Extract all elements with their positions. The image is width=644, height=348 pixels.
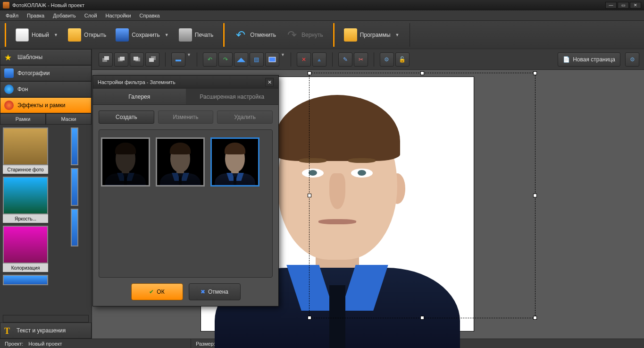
tab-gallery[interactable]: Галерея (93, 89, 186, 105)
delete-button[interactable]: Удалить (217, 110, 273, 124)
maximize-button[interactable]: ▭ (618, 2, 629, 8)
menu-layer[interactable]: Слой (81, 11, 101, 20)
chevron-down-icon[interactable]: ▼ (165, 33, 169, 37)
effects-gallery: Старинное фото Яркость... Колоризация (0, 125, 92, 315)
menu-settings[interactable]: Настройки (102, 11, 135, 20)
chevron-down-icon[interactable]: ▼ (187, 52, 191, 67)
effect-item[interactable] (3, 275, 48, 285)
menubar: Файл Правка Добавить Слой Настройки Спра… (0, 10, 644, 21)
effect-item[interactable]: Старинное фото (3, 127, 48, 174)
lock-button[interactable]: 🔓 (395, 52, 410, 67)
resize-handle[interactable] (420, 71, 424, 75)
create-button[interactable]: Создать (99, 110, 154, 124)
selection-box[interactable] (309, 73, 535, 318)
resize-handle[interactable] (533, 316, 537, 320)
layer-front-button[interactable] (99, 52, 113, 67)
menu-help[interactable]: Справка (136, 11, 164, 20)
main-toolbar: Новый ▼ Открыть Сохранить ▼ Печать ↶ Отм… (0, 21, 644, 49)
side-templates[interactable]: ★ Шаблоны (0, 49, 92, 65)
svg-rect-1 (104, 56, 109, 60)
subtab-masks[interactable]: Маски (46, 113, 92, 125)
preset-thumb-selected[interactable] (210, 137, 259, 187)
fit-icon (268, 55, 276, 64)
effect-item[interactable] (52, 127, 92, 165)
status-project: Проект: Новый проект (0, 339, 191, 348)
floppy-icon (116, 28, 129, 42)
menu-edit[interactable]: Правка (23, 11, 48, 20)
effect-thumb (3, 177, 48, 214)
photo-icon (4, 68, 14, 78)
chevron-down-icon[interactable]: ▼ (281, 52, 285, 67)
effects-scrollbar[interactable] (3, 315, 89, 323)
layer-back-button[interactable] (145, 52, 159, 67)
resize-handle[interactable] (308, 316, 311, 320)
effect-thumb (71, 127, 78, 165)
crop-button[interactable]: ⟁ (312, 52, 326, 67)
rotate-left-button[interactable]: ↶ (203, 52, 217, 67)
ok-button[interactable]: ✔ ОК (131, 283, 183, 300)
cut-button[interactable]: ✂ (354, 52, 368, 67)
cancel-button[interactable]: ✖ Отмена (189, 283, 241, 300)
titlebar: ФотоКОЛЛАЖ - Новый проект — ▭ ✕ (0, 0, 644, 10)
sidebar: ★ Шаблоны Фотографии Фон Эффекты и рамки… (0, 49, 92, 339)
close-button[interactable]: ✕ (630, 2, 641, 8)
undo-button[interactable]: ↶ Отменить (229, 25, 281, 44)
text-icon: T (4, 326, 13, 335)
delete-button[interactable]: ✕ (297, 52, 311, 67)
dialog-titlebar[interactable]: Настройки фильтра - Затемнить ✕ (93, 76, 278, 89)
new-button[interactable]: Новый ▼ (11, 25, 63, 44)
globe-icon (4, 85, 14, 94)
menu-add[interactable]: Добавить (49, 11, 80, 20)
effect-thumb (3, 127, 48, 165)
resize-handle[interactable] (533, 71, 537, 75)
resize-handle[interactable] (308, 194, 311, 197)
flip-h-button[interactable]: ◢◣ (234, 52, 248, 67)
preset-list (99, 129, 273, 278)
effect-item[interactable]: Колоризация (3, 226, 48, 272)
page-plus-icon: 📄 (563, 56, 570, 63)
preset-thumb[interactable] (156, 137, 205, 187)
effect-thumb (71, 168, 78, 206)
brush-button[interactable]: ✎ (338, 52, 352, 67)
layer-icon (148, 55, 157, 64)
page-settings-button[interactable]: ⚙ (625, 52, 639, 67)
layer-down-button[interactable] (130, 52, 144, 67)
subtab-frames[interactable]: Рамки (0, 113, 46, 125)
svg-rect-7 (149, 58, 154, 62)
title-text: ФотоКОЛЛАЖ - Новый проект (12, 2, 605, 8)
effect-item[interactable] (52, 209, 92, 246)
settings-button[interactable]: ⚙ (380, 52, 394, 67)
resize-handle[interactable] (420, 316, 424, 320)
menu-file[interactable]: Файл (2, 11, 22, 20)
rotate-right-button[interactable]: ↷ (218, 52, 233, 67)
align-button[interactable]: ▬ (171, 52, 185, 67)
check-icon: ✔ (149, 289, 154, 295)
save-button[interactable]: Сохранить ▼ (111, 25, 174, 44)
layer-up-button[interactable] (114, 52, 128, 67)
side-effects[interactable]: Эффекты и рамки (0, 97, 92, 113)
side-text-decor[interactable]: T Текст и украшения (0, 323, 92, 339)
side-background[interactable]: Фон (0, 81, 92, 97)
resize-handle[interactable] (533, 194, 537, 197)
preset-thumb[interactable] (101, 137, 150, 187)
tab-advanced[interactable]: Расширенная настройка (186, 89, 279, 105)
layer-icon (101, 55, 110, 64)
layer-icon (117, 55, 125, 64)
chevron-down-icon[interactable]: ▼ (395, 33, 400, 37)
dialog-close-button[interactable]: ✕ (265, 78, 274, 86)
filter-settings-dialog: Настройки фильтра - Затемнить ✕ Галерея … (92, 75, 279, 306)
effect-item[interactable] (52, 168, 92, 206)
edit-button[interactable]: Изменить (158, 110, 214, 124)
flip-v-button[interactable]: ▤ (250, 52, 264, 67)
palette-icon (4, 101, 14, 110)
programs-button[interactable]: Программы ▼ (339, 25, 405, 44)
fit-button[interactable] (265, 52, 279, 67)
print-button[interactable]: Печать (174, 25, 218, 44)
resize-handle[interactable] (308, 71, 311, 75)
effect-item[interactable]: Яркость... (3, 177, 48, 223)
side-photos[interactable]: Фотографии (0, 65, 92, 81)
minimize-button[interactable]: — (605, 2, 617, 8)
chevron-down-icon[interactable]: ▼ (54, 33, 59, 37)
open-button[interactable]: Открыть (63, 25, 111, 44)
new-page-button[interactable]: 📄 Новая страница (558, 52, 620, 67)
